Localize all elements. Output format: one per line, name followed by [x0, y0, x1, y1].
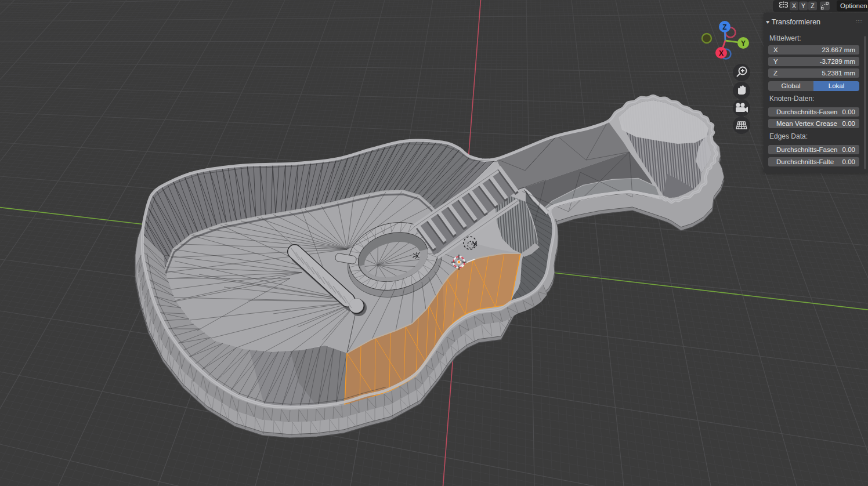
- svg-text:Y: Y: [741, 39, 746, 48]
- svg-text:X: X: [719, 49, 724, 57]
- svg-text:Z: Z: [811, 2, 815, 9]
- svg-text:X: X: [792, 2, 796, 9]
- svg-text:Optionen: Optionen: [840, 2, 867, 9]
- svg-text:Y: Y: [801, 2, 805, 9]
- svg-text:Z: Z: [722, 23, 726, 31]
